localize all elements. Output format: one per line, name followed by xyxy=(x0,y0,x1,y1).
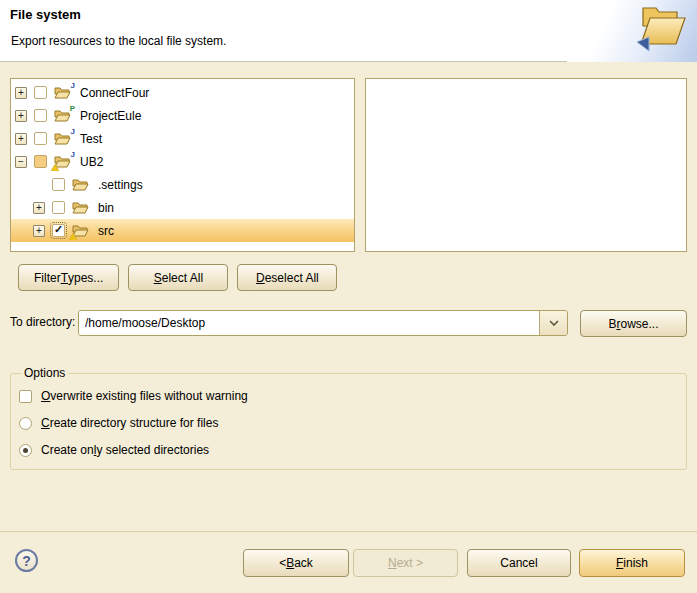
footer-separator xyxy=(0,531,697,532)
option-create-structure[interactable]: Create directory structure for files xyxy=(19,413,686,433)
folder-icon xyxy=(72,200,89,215)
expand-toggle-icon[interactable]: + xyxy=(15,110,27,122)
option-overwrite[interactable]: Overwrite existing files without warning xyxy=(19,386,686,406)
tree-row-projecteule[interactable]: + P ProjectEule xyxy=(11,104,354,127)
wizard-header: File system Export resources to the loca… xyxy=(0,0,697,62)
combo-dropdown-button[interactable] xyxy=(539,311,567,335)
directory-input[interactable] xyxy=(79,311,539,335)
selection-button-bar: Filter Types... Select All Deselect All xyxy=(18,264,346,291)
question-mark-icon: ? xyxy=(22,553,31,569)
filter-types-button[interactable]: Filter Types... xyxy=(18,264,119,291)
option-create-selected[interactable]: Create only selected directories xyxy=(19,440,686,460)
tree-row-ub2[interactable]: − J UB2 xyxy=(11,150,354,173)
java-project-folder-warning-icon: J xyxy=(54,154,71,169)
overwrite-checkbox[interactable] xyxy=(19,390,32,403)
tree-row-bin[interactable]: + bin xyxy=(11,196,354,219)
option-label: Overwrite existing files without warning xyxy=(41,389,248,403)
tree-row-connectfour[interactable]: + J ConnectFour xyxy=(11,81,354,104)
java-project-folder-icon: J xyxy=(54,131,71,146)
warning-badge-icon xyxy=(51,164,59,171)
help-button[interactable]: ? xyxy=(15,549,38,572)
plugin-project-folder-icon: P xyxy=(54,108,71,123)
checkbox-projecteule[interactable] xyxy=(34,109,47,122)
java-badge: J xyxy=(71,150,75,159)
finish-button[interactable]: Finish xyxy=(579,549,685,577)
warning-badge-icon xyxy=(69,233,77,240)
folder-icon xyxy=(72,177,89,192)
tree-item-label: ProjectEule xyxy=(77,109,144,123)
tree-row-src-selected[interactable]: + src xyxy=(11,219,354,242)
expand-toggle-icon[interactable]: + xyxy=(15,87,27,99)
deselect-all-button[interactable]: Deselect All xyxy=(237,264,337,291)
collapse-toggle-icon[interactable]: − xyxy=(15,156,27,168)
tree-row-test[interactable]: + J Test xyxy=(11,127,354,150)
checkbox-test[interactable] xyxy=(34,132,47,145)
select-all-button[interactable]: Select All xyxy=(128,264,228,291)
expand-toggle-icon[interactable]: + xyxy=(15,133,27,145)
checkbox-settings[interactable] xyxy=(52,178,65,191)
tree-item-label: bin xyxy=(95,201,117,215)
option-label: Create only selected directories xyxy=(41,443,209,457)
options-group: Options Overwrite existing files without… xyxy=(10,366,687,470)
folder-warning-icon xyxy=(72,223,89,238)
page-title: File system xyxy=(10,7,81,22)
browse-button[interactable]: Browse... xyxy=(580,310,687,337)
tree-item-label: .settings xyxy=(95,178,146,192)
back-button[interactable]: < Back xyxy=(243,549,349,577)
checkbox-src-checked[interactable] xyxy=(52,224,65,237)
checkbox-ub2-partial[interactable] xyxy=(34,155,47,168)
file-list-panel[interactable] xyxy=(365,78,687,252)
cancel-button[interactable]: Cancel xyxy=(467,549,571,577)
plugin-badge: P xyxy=(70,104,75,113)
tree-row-settings[interactable]: .settings xyxy=(11,173,354,196)
checkbox-connectfour[interactable] xyxy=(34,86,47,99)
page-description: Export resources to the local file syste… xyxy=(11,34,226,48)
tree-item-label: UB2 xyxy=(77,155,106,169)
java-badge: J xyxy=(71,81,75,90)
tree-item-label: Test xyxy=(77,132,105,146)
expand-toggle-icon[interactable]: + xyxy=(33,202,45,214)
option-label: Create directory structure for files xyxy=(41,416,218,430)
create-selected-radio-checked[interactable] xyxy=(19,444,32,457)
chevron-down-icon xyxy=(549,320,559,326)
tree-item-label: src xyxy=(95,224,117,238)
create-structure-radio[interactable] xyxy=(19,417,32,430)
tree-item-label: ConnectFour xyxy=(77,86,152,100)
export-folder-icon xyxy=(635,4,687,56)
options-legend: Options xyxy=(21,366,68,380)
to-directory-label: To directory: xyxy=(10,315,75,329)
resource-tree[interactable]: + J ConnectFour + P ProjectEule + J Test… xyxy=(10,78,355,252)
checkbox-bin[interactable] xyxy=(52,201,65,214)
directory-combo xyxy=(78,310,568,336)
java-project-folder-icon: J xyxy=(54,85,71,100)
expand-toggle-icon[interactable]: + xyxy=(33,225,45,237)
next-button-disabled[interactable]: Next > xyxy=(353,549,458,577)
java-badge: J xyxy=(71,127,75,136)
